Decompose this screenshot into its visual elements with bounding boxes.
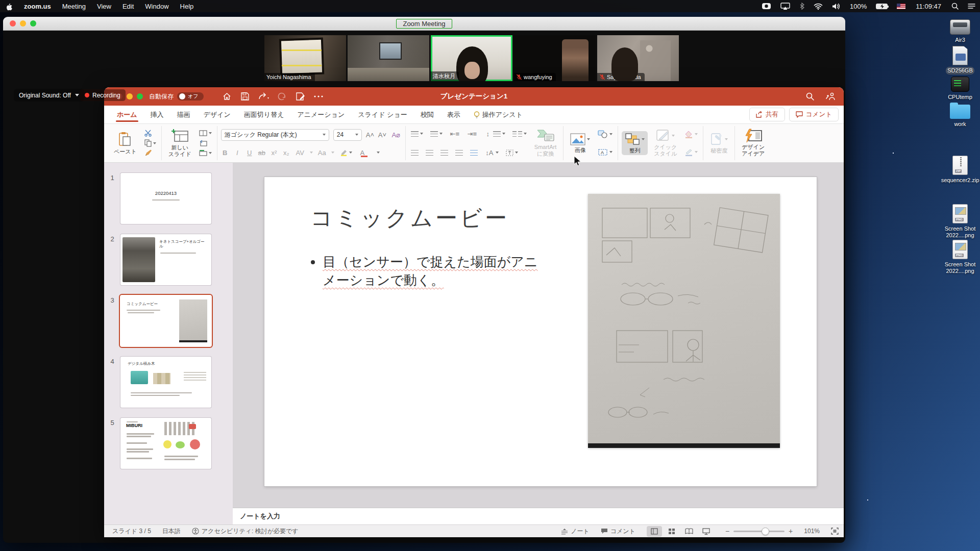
justify-button[interactable] — [454, 148, 464, 158]
tab-view[interactable]: 表示 — [442, 106, 466, 123]
menu-help[interactable]: Help — [175, 0, 200, 12]
zoom-slider-knob[interactable] — [762, 528, 769, 535]
screen-record-icon[interactable] — [757, 0, 776, 12]
columns-button[interactable] — [511, 129, 528, 139]
apple-menu[interactable] — [0, 0, 18, 12]
grow-font-button[interactable]: A˄ — [366, 131, 374, 139]
tab-tell-me[interactable]: 操作アシスト — [468, 106, 528, 123]
zoom-slider[interactable]: − + — [725, 527, 793, 535]
menu-meeting[interactable]: Meeting — [57, 0, 91, 12]
quick-styles-button[interactable]: クイック スタイル — [651, 128, 680, 158]
zoom-in-button[interactable]: + — [789, 527, 793, 535]
menu-view[interactable]: View — [91, 0, 117, 12]
clear-formatting-button[interactable]: A⌀ — [390, 131, 402, 139]
input-language-flag[interactable] — [892, 0, 910, 12]
language-indicator[interactable]: 日本語 — [162, 527, 181, 536]
slide-body-text[interactable]: 目（センサー）で捉えた場面がアニメーションで動く。 — [308, 253, 548, 290]
ppt-title-bar[interactable]: 自動保存 オフ — [104, 87, 844, 106]
participant-video[interactable]: Saya Yoshida — [597, 35, 679, 81]
reset-button[interactable] — [198, 138, 213, 148]
highlight-color-button[interactable] — [338, 148, 354, 158]
align-right-button[interactable] — [439, 148, 450, 158]
convert-smartart-button[interactable]: SmartArt に変換 — [531, 128, 559, 158]
sensitivity-button[interactable]: 秘密度 — [707, 131, 731, 156]
tab-insert[interactable]: 挿入 — [145, 106, 169, 123]
volume-icon[interactable] — [827, 0, 845, 12]
menu-edit[interactable]: Edit — [117, 0, 139, 12]
menu-app-name[interactable]: zoom.us — [18, 0, 57, 12]
tab-animations[interactable]: アニメーション — [291, 106, 350, 123]
clock[interactable]: 11:09:47 — [910, 0, 947, 12]
slide-canvas[interactable]: コミックムービー 目（センサー）で捉えた場面がアニメーションで動く。 — [264, 177, 817, 486]
comments-button[interactable]: コメント — [789, 108, 839, 121]
align-left-button[interactable] — [409, 148, 420, 158]
slide-thumbnail-4[interactable]: 4 デジタル積み木 — [104, 357, 233, 408]
notification-center-icon[interactable] — [963, 0, 980, 12]
text-box-button[interactable]: A — [596, 147, 614, 157]
slide-thumbnail-5[interactable]: 5 MIBURI — [104, 418, 233, 469]
zoom-out-button[interactable]: − — [725, 527, 729, 535]
slide-thumbnail-2[interactable]: 2 キネトスコープ+オルゴール — [104, 234, 233, 285]
wifi-icon[interactable] — [809, 0, 827, 12]
close-button[interactable] — [10, 20, 16, 27]
desktop-icon-drive[interactable]: Air3 — [938, 19, 980, 44]
recording-indicator[interactable]: Recording — [80, 89, 126, 101]
fit-slide-button[interactable] — [831, 528, 839, 535]
search-icon[interactable] — [805, 91, 815, 102]
bullets-button[interactable] — [409, 129, 425, 139]
notes-input[interactable]: ノートを入力 — [233, 508, 844, 524]
section-button[interactable] — [198, 148, 213, 158]
tab-draw[interactable]: 描画 — [172, 106, 196, 123]
slide-sketch-photo[interactable] — [588, 194, 780, 448]
slide-thumbnail-3-selected[interactable]: 3 コミックムービー — [104, 295, 233, 346]
shape-fill-button[interactable] — [683, 130, 699, 139]
add-remove-columns-button[interactable] — [469, 148, 479, 158]
line-spacing-button[interactable]: ↕ — [483, 129, 507, 139]
character-spacing-button[interactable]: AV — [295, 149, 306, 157]
desktop-icon-work-folder[interactable]: work — [938, 105, 980, 128]
spotlight-icon[interactable] — [947, 0, 963, 12]
participant-video[interactable]: Yoichi Nagashima — [348, 35, 429, 81]
desktop-icon-screenshot-2[interactable]: PNG Screen Shot 2022....png — [938, 240, 980, 274]
presenter-icon[interactable] — [825, 91, 836, 102]
notes-toggle[interactable]: ノート — [561, 527, 590, 536]
original-sound-toggle[interactable]: Original Sound: Off — [14, 89, 84, 102]
increase-indent-button[interactable]: ⇥≡ — [465, 129, 479, 139]
desktop-icon-sdcard[interactable]: SD256GB — [938, 46, 980, 74]
shape-outline-button[interactable] — [683, 147, 699, 157]
align-center-button[interactable] — [424, 148, 435, 158]
subscript-button[interactable]: x₂ — [282, 149, 290, 157]
change-case-button[interactable]: Aa — [317, 149, 327, 157]
shapes-button[interactable] — [596, 130, 614, 139]
bold-button[interactable]: B — [221, 149, 229, 157]
participant-video-active-speaker[interactable]: 清水秋月 — [431, 35, 512, 81]
bluetooth-icon[interactable] — [795, 0, 809, 12]
desktop-icon-zip[interactable]: ZIP sequencer2.zip — [938, 156, 980, 184]
align-text-button[interactable] — [504, 148, 520, 158]
slide-counter[interactable]: スライド 3 / 5 — [112, 527, 151, 536]
tab-home[interactable]: ホーム — [111, 106, 143, 123]
copy-button[interactable] — [143, 138, 158, 148]
shrink-font-button[interactable]: A˅ — [378, 131, 386, 139]
strikethrough-button[interactable]: ab — [258, 149, 266, 157]
share-button[interactable]: 共有 — [749, 108, 785, 121]
comments-toggle[interactable]: コメント — [601, 527, 635, 536]
slideshow-view-button[interactable] — [699, 526, 714, 537]
paste-button[interactable]: ペースト — [111, 130, 140, 157]
accessibility-check[interactable]: アクセシビリティ: 検討が必要です — [192, 527, 299, 536]
tab-transitions[interactable]: 画面切り替え — [238, 106, 290, 123]
menu-window[interactable]: Window — [139, 0, 174, 12]
zoom-fullscreen-button[interactable] — [30, 20, 36, 27]
italic-button[interactable]: I — [233, 149, 241, 157]
font-name-select[interactable]: 游ゴシック Regular (本文) — [221, 129, 329, 141]
cut-button[interactable] — [143, 129, 158, 138]
font-color-button[interactable]: A — [358, 148, 381, 158]
battery-percent[interactable]: 100% — [845, 0, 871, 12]
superscript-button[interactable]: x² — [270, 149, 278, 157]
zoom-slider-track[interactable] — [733, 531, 785, 532]
slide-sorter-view-button[interactable] — [664, 526, 679, 537]
numbering-button[interactable] — [429, 129, 444, 139]
reading-view-button[interactable] — [681, 526, 697, 537]
layout-button[interactable] — [198, 129, 213, 138]
airplay-icon[interactable] — [776, 0, 795, 12]
